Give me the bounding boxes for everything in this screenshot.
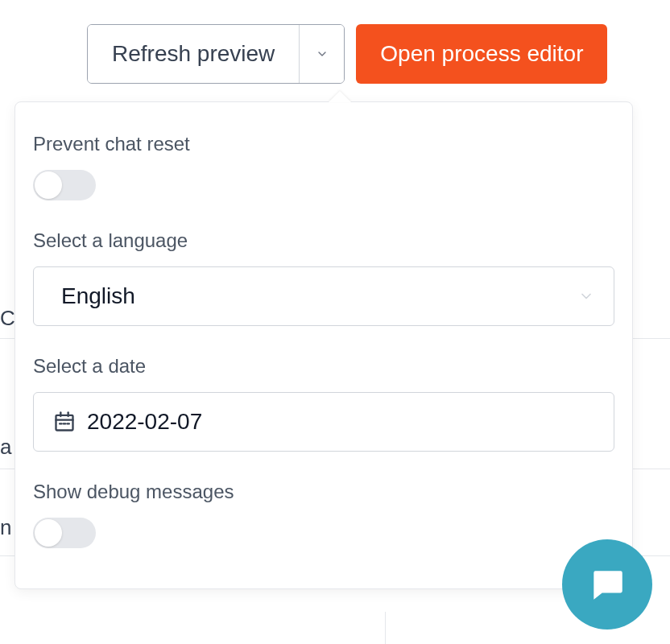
- chevron-down-icon: [578, 288, 594, 304]
- prevent-chat-reset-toggle[interactable]: [33, 170, 96, 200]
- language-field: Select a language English: [33, 229, 614, 326]
- debug-messages-field: Show debug messages: [33, 481, 614, 548]
- open-process-editor-label: Open process editor: [380, 41, 583, 67]
- refresh-dropdown-toggle[interactable]: [299, 25, 344, 83]
- chevron-down-icon: [316, 47, 329, 60]
- language-select[interactable]: English: [33, 266, 614, 326]
- debug-messages-toggle[interactable]: [33, 518, 96, 548]
- language-value: English: [61, 283, 135, 309]
- toggle-knob: [35, 519, 62, 547]
- toggle-knob: [35, 171, 62, 199]
- prevent-chat-reset-label: Prevent chat reset: [33, 133, 614, 155]
- date-picker[interactable]: 2022-02-07: [33, 392, 614, 452]
- language-label: Select a language: [33, 229, 614, 252]
- popover-arrow: [329, 91, 351, 102]
- date-field: Select a date 2022-02-07: [33, 355, 614, 452]
- date-label: Select a date: [33, 355, 614, 378]
- svg-rect-0: [56, 415, 73, 431]
- bg-vertical-divider: [385, 612, 386, 644]
- calendar-icon: [53, 411, 76, 433]
- settings-popover: Prevent chat reset Select a language Eng…: [14, 101, 633, 589]
- refresh-button-group: Refresh preview: [87, 24, 345, 84]
- refresh-preview-button[interactable]: Refresh preview: [88, 25, 299, 83]
- bg-text-fragment: C: [0, 306, 15, 331]
- open-process-editor-button[interactable]: Open process editor: [356, 24, 607, 84]
- chat-icon: [587, 564, 627, 605]
- toolbar: Refresh preview Open process editor: [87, 0, 670, 84]
- chat-fab-button[interactable]: [562, 539, 652, 630]
- date-value: 2022-02-07: [87, 409, 202, 435]
- debug-messages-label: Show debug messages: [33, 481, 614, 503]
- bg-text-fragment: a: [0, 435, 11, 460]
- refresh-preview-label: Refresh preview: [112, 41, 275, 67]
- bg-text-fragment: n: [0, 515, 11, 540]
- prevent-chat-reset-field: Prevent chat reset: [33, 133, 614, 200]
